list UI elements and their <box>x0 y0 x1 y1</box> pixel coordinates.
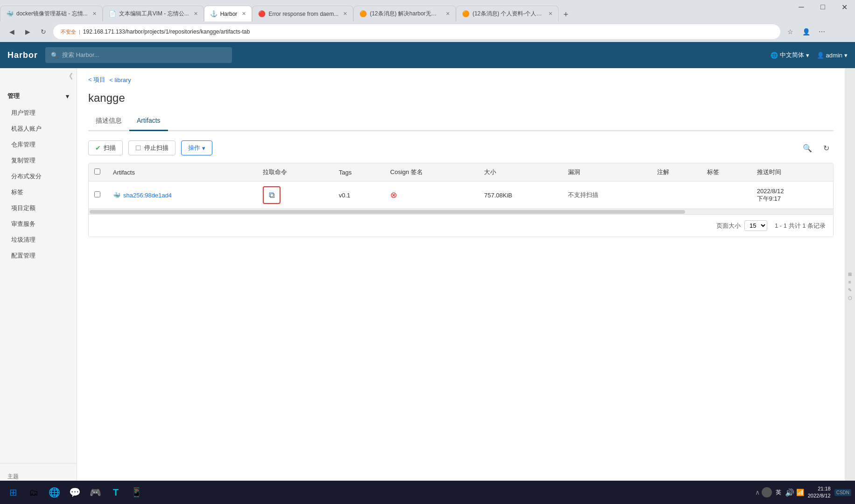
search-icon: 🔍 <box>51 52 58 59</box>
reload-button[interactable]: ↻ <box>37 26 49 38</box>
stop-scan-button[interactable]: ☐ 停止扫描 <box>128 140 175 155</box>
artifact-link[interactable]: 🐳sha256:98de1ad4 <box>113 192 252 199</box>
back-button[interactable]: ◀ <box>6 26 18 38</box>
search-bar[interactable]: 🔍 搜索 Harbor... <box>45 47 232 63</box>
page-size-select[interactable]: 15 25 50 <box>744 220 767 231</box>
sidebar-item-config-mgmt[interactable]: 配置管理 <box>0 248 77 264</box>
sidebar-item-replication-mgmt[interactable]: 复制管理 <box>0 153 77 168</box>
browser-tab-3[interactable]: ⚓Harbor✕ <box>204 6 252 21</box>
breadcrumb: < 项目 < library <box>88 76 834 84</box>
taskbar: ⊞ 🗂 🌐 💬 🎮 T 📱 ∧ 英 🔊 📶 21:18 2022/ <box>0 481 855 504</box>
table-col-Artifacts: Artifacts <box>107 163 257 182</box>
bookmark-button[interactable]: ☆ <box>784 26 796 38</box>
address-url: 192.168.171.133/harbor/projects/1/reposi… <box>83 28 250 35</box>
username-label: admin <box>826 52 842 59</box>
sidebar-item-project-quota[interactable]: 项目定额 <box>0 200 77 216</box>
table-row: 🐳sha256:98de1ad4⧉v0.1⊗757.08KiB不支持扫描2022… <box>89 182 833 209</box>
extensions-button[interactable]: ⋯ <box>816 26 828 38</box>
table-col-拉取命令: 拉取命令 <box>257 163 333 182</box>
language-button[interactable]: 🌐 中文简体 ▾ <box>771 51 809 59</box>
vulnerability-cell: 不支持扫描 <box>562 182 651 209</box>
breadcrumb-library[interactable]: < library <box>109 77 131 84</box>
browser-tab-6[interactable]: 🟠(12条消息) 个人资料-个人主...✕ <box>456 6 559 21</box>
taskbar-edge[interactable]: 🌐 <box>45 483 63 502</box>
sidebar-item-warehouse-mgmt[interactable]: 仓库管理 <box>0 137 77 153</box>
cosign-error-icon: ⊗ <box>390 190 397 200</box>
taskbar-time: 21:18 2022/8/12 <box>806 485 833 500</box>
taskbar-game[interactable]: 🎮 <box>86 483 105 502</box>
table-col-推送时间: 推送时间 <box>751 163 833 182</box>
harbor-logo: Harbor <box>7 50 38 60</box>
sidebar-collapse-button[interactable]: 《 <box>65 72 73 82</box>
browser-tab-1[interactable]: 🐳docker镜像管理基础 - 忘情...✕ <box>0 6 103 21</box>
sidebar-item-audit-service[interactable]: 审查服务 <box>0 216 77 232</box>
taskbar-chat[interactable]: 💬 <box>65 483 84 502</box>
table-col-漏洞: 漏洞 <box>562 163 651 182</box>
minimize-button[interactable]: ─ <box>791 0 812 14</box>
page-title: kangge <box>88 91 834 105</box>
right-panel-icon[interactable]: ⊞ <box>848 272 852 277</box>
user-button[interactable]: 👤 admin ▾ <box>817 52 848 59</box>
docker-icon: 🐳 <box>113 192 120 199</box>
sidebar-management-group[interactable]: 管理 ▾ <box>0 87 77 105</box>
user-icon: 👤 <box>817 52 824 59</box>
sidebar-item-garbage-clean[interactable]: 垃圾清理 <box>0 232 77 248</box>
right-panel: ⊞≡✎⬡ <box>845 68 855 504</box>
select-all-checkbox[interactable] <box>94 168 100 175</box>
breadcrumb-project[interactable]: < 项目 <box>88 76 105 84</box>
taskbar-typora[interactable]: T <box>106 483 125 502</box>
new-tab-button[interactable]: + <box>559 7 573 21</box>
maximize-button[interactable]: □ <box>812 0 834 14</box>
tags-cell: v0.1 <box>333 182 385 209</box>
browser-tab-4[interactable]: 🔴Error response from daem...✕ <box>252 6 353 21</box>
table-col-Cosign 签名: Cosign 签名 <box>385 163 478 182</box>
taskbar-start[interactable]: ⊞ <box>4 483 22 502</box>
size-cell: 757.08KiB <box>478 182 562 209</box>
chevron-down-icon: ▾ <box>844 52 848 59</box>
annotation-cell <box>652 182 701 209</box>
action-button[interactable]: 操作 ▾ <box>181 140 212 155</box>
scan-button[interactable]: ✔ 扫描 <box>88 140 123 155</box>
table-col-Tags: Tags <box>333 163 385 182</box>
chevron-down-icon: ▾ <box>66 93 69 100</box>
address-bar[interactable]: 不安全 | 192.168.171.133/harbor/projects/1/… <box>53 24 780 39</box>
table-col-注解: 注解 <box>652 163 701 182</box>
right-panel-icon[interactable]: ✎ <box>848 287 852 293</box>
taskbar-lang: 英 <box>774 488 783 497</box>
sidebar-item-robot-account[interactable]: 机器人账户 <box>0 121 77 137</box>
label-cell <box>701 182 751 209</box>
action-label: 操作 <box>188 144 200 152</box>
tabs-container: 描述信息Artifacts <box>88 112 834 131</box>
refresh-icon-button[interactable]: ↻ <box>819 140 834 155</box>
browser-tab-5[interactable]: 🟠(12条消息) 解决harbor无法...✕ <box>353 6 456 21</box>
close-button[interactable]: ✕ <box>834 0 855 14</box>
taskbar-files[interactable]: 🗂 <box>24 483 43 502</box>
sidebar-item-tag[interactable]: 标签 <box>0 184 77 200</box>
copy-pull-command-button[interactable]: ⧉ <box>263 186 280 204</box>
right-panel-icon[interactable]: ≡ <box>848 280 851 285</box>
table-col-大小: 大小 <box>478 163 562 182</box>
page-info: 1 - 1 共计 1 条记录 <box>775 222 826 230</box>
chevron-down-icon: ▾ <box>806 52 809 59</box>
push-time-cell: 2022/8/12下午9:17 <box>751 182 833 209</box>
management-label: 管理 <box>7 92 20 100</box>
sidebar-item-user-mgmt[interactable]: 用户管理 <box>0 105 77 121</box>
row-checkbox[interactable] <box>94 191 100 197</box>
pagination: 页面大小 15 25 50 1 - 1 共计 1 条记录 <box>89 214 833 237</box>
taskbar-tablet[interactable]: 📱 <box>127 483 146 502</box>
artifacts-table: Artifacts拉取命令TagsCosign 签名大小漏洞注解标签推送时间 🐳… <box>88 163 834 237</box>
search-icon-button[interactable]: 🔍 <box>800 140 815 155</box>
browser-tab-2[interactable]: 📄文本编辑工具VIM - 忘情公...✕ <box>103 6 204 21</box>
table-col-标签: 标签 <box>701 163 751 182</box>
chevron-down-icon: ▾ <box>202 145 205 152</box>
page-tab-artifacts[interactable]: Artifacts <box>129 112 168 131</box>
copy-icon: ⧉ <box>269 190 275 200</box>
sidebar-item-distribution[interactable]: 分布式发分 <box>0 168 77 184</box>
page-tab-info[interactable]: 描述信息 <box>88 112 129 131</box>
scan-label: 扫描 <box>104 144 116 152</box>
globe-icon: 🌐 <box>771 52 778 59</box>
forward-button[interactable]: ▶ <box>21 26 34 38</box>
taskbar-user-icon[interactable] <box>762 487 772 497</box>
right-panel-icon[interactable]: ⬡ <box>848 295 852 301</box>
profile-button[interactable]: 👤 <box>800 26 812 38</box>
